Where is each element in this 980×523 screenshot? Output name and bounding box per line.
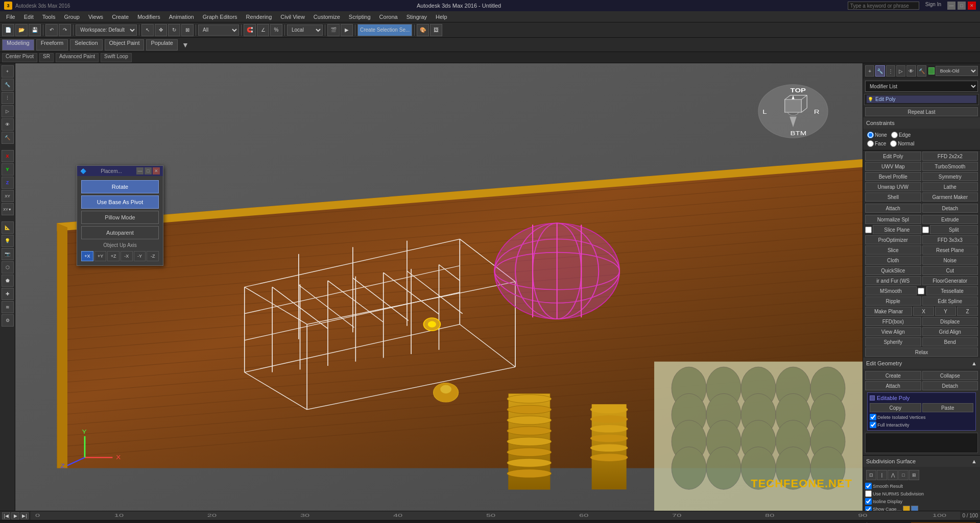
collapse-btn[interactable]: Collapse (922, 371, 978, 380)
create-tab-icon[interactable]: + (865, 65, 874, 77)
tab-arrow[interactable]: ▼ (182, 41, 189, 49)
utilities-panel-btn[interactable]: 🔨 (2, 132, 14, 144)
smooth-result-check[interactable] (865, 483, 872, 489)
ffd-3x3x3-btn[interactable]: FFD 3x3x3 (922, 235, 978, 244)
detach-btn[interactable]: Detach (922, 204, 978, 213)
slice-btn[interactable]: Slice (865, 245, 921, 255)
dialog-minimize[interactable]: — (136, 167, 144, 175)
bevel-profile-btn[interactable]: Bevel Profile (865, 172, 921, 181)
floor-gen-btn[interactable]: FloorGenerator (922, 276, 978, 285)
edit-spline-btn[interactable]: Edit Spline (922, 296, 978, 306)
utility-tab-icon[interactable]: 🔨 (917, 65, 926, 77)
xyz-btn[interactable]: XY▼ (2, 203, 14, 215)
sr-btn[interactable]: SR (39, 53, 54, 62)
render-frame[interactable]: 🖼 (430, 24, 442, 36)
rotate-button[interactable]: Rotate (81, 180, 159, 193)
play-btn[interactable]: ▶ (11, 512, 19, 519)
z-axis-btn[interactable]: Z (2, 177, 14, 189)
face-radio-label[interactable]: Face (867, 140, 886, 147)
maximize-button[interactable]: □ (958, 2, 966, 10)
render-button[interactable]: ▶ (341, 24, 353, 36)
motion-tab-icon[interactable]: ▷ (896, 65, 905, 77)
none-radio-label[interactable]: None (867, 132, 887, 138)
copy-btn[interactable]: Copy (870, 403, 921, 412)
use-nurms-check[interactable] (865, 490, 872, 497)
fur-btn[interactable]: ir and Fur (WS (865, 276, 921, 285)
new-button[interactable]: 📄 (2, 24, 14, 36)
face-radio[interactable] (867, 140, 874, 147)
coord-system-select[interactable]: Local (287, 24, 323, 36)
axis-minus-y[interactable]: -Y (134, 251, 146, 261)
angle-snap[interactable]: ∠ (257, 24, 269, 36)
menu-modifiers[interactable]: Modifiers (133, 13, 164, 21)
dialog-close[interactable]: ✕ (153, 167, 160, 175)
menu-file[interactable]: File (2, 13, 19, 21)
prooptimizer-btn[interactable]: ProOptimizer (865, 235, 921, 244)
redo-button[interactable]: ↷ (59, 24, 71, 36)
prev-frame-btn[interactable]: |◀ (2, 512, 10, 519)
rotate-button[interactable]: ↻ (168, 24, 180, 36)
z-axis-make-btn[interactable]: Z (957, 307, 978, 316)
edge-radio-label[interactable]: Edge (891, 132, 911, 138)
attach-btn2[interactable]: Attach (865, 381, 921, 390)
subd-icon-2[interactable]: | (877, 470, 887, 480)
paste-btn[interactable]: Paste (922, 403, 974, 412)
delete-isolated-check[interactable] (870, 414, 876, 420)
unwrap-uvw-btn[interactable]: Unwrap UVW (865, 182, 921, 191)
edit-poly-btn[interactable]: Edit Poly (865, 152, 921, 161)
helper-btn[interactable]: ✚ (2, 288, 14, 300)
hierarchy-panel-btn[interactable]: ⋮ (2, 92, 14, 104)
symmetry-btn[interactable]: Symmetry (922, 172, 978, 181)
create-btn[interactable]: Create (865, 371, 921, 380)
create-selection-button[interactable]: Create Selection Se... (357, 24, 412, 36)
uwv-map-btn[interactable]: UWV Map (865, 162, 921, 171)
menu-stingray[interactable]: Stingray (402, 13, 431, 21)
reset-plane-btn[interactable]: Reset Plane (922, 245, 978, 255)
undo-button[interactable]: ↶ (45, 24, 58, 36)
menu-group[interactable]: Group (60, 13, 84, 21)
hierarchy-tab-icon[interactable]: ⋮ (886, 65, 895, 77)
swift-loop-btn[interactable]: Swift Loop (101, 53, 132, 62)
sign-in-label[interactable]: Sign In (925, 2, 941, 10)
turbosmooth-btn[interactable]: TurboSmooth (922, 162, 978, 171)
split-check[interactable] (922, 227, 929, 233)
menu-customize[interactable]: Customize (309, 13, 344, 21)
tab-modeling[interactable]: Modeling (2, 39, 34, 51)
normalize-spl-btn[interactable]: Normalize Spl (865, 215, 921, 224)
axis-minus-z[interactable]: -Z (147, 251, 159, 261)
select-button[interactable]: ↖ (141, 24, 154, 36)
move-button[interactable]: ✥ (155, 24, 167, 36)
tab-freeform[interactable]: Freeform (36, 39, 68, 51)
center-pivot-btn[interactable]: Center Pivot (2, 53, 37, 62)
grid-align-btn[interactable]: Grid Align (922, 327, 978, 336)
edge-radio[interactable] (891, 132, 898, 138)
tab-populate[interactable]: Populate (146, 39, 177, 51)
x-axis-make-btn[interactable]: X (913, 307, 934, 316)
subd-icon-1[interactable]: ⊡ (866, 470, 876, 480)
detach-btn2[interactable]: Detach (922, 381, 978, 390)
create-panel-btn[interactable]: + (2, 65, 14, 78)
displace-btn[interactable]: Displace (922, 317, 978, 326)
modifier-list-dropdown[interactable]: Modifier List (865, 81, 978, 92)
split-btn[interactable]: Split (930, 225, 978, 234)
open-button[interactable]: 📂 (15, 24, 28, 36)
shell-btn[interactable]: Shell (865, 192, 921, 202)
menu-edit[interactable]: Edit (20, 13, 38, 21)
cage-color-1[interactable] (903, 506, 910, 511)
material-editor[interactable]: 🎨 (417, 24, 429, 36)
bend-btn[interactable]: Bend (922, 337, 978, 346)
xy-btn[interactable]: XY (2, 190, 14, 202)
constraints-header[interactable]: Constraints (863, 117, 980, 129)
modify-tab-icon[interactable]: 🔧 (875, 65, 885, 77)
filter-select[interactable]: All (198, 24, 239, 36)
next-frame-btn[interactable]: ▶| (20, 512, 29, 519)
slice-plane-btn[interactable]: Slice Plane (873, 225, 921, 234)
menu-rendering[interactable]: Rendering (242, 13, 276, 21)
menu-animation[interactable]: Animation (165, 13, 198, 21)
none-radio[interactable] (867, 132, 874, 138)
workspace-select[interactable]: Workspace: Default (76, 24, 137, 36)
normal-radio[interactable] (890, 140, 897, 147)
system-btn[interactable]: ⚙ (2, 314, 14, 327)
light-btn[interactable]: 💡 (2, 235, 14, 247)
noise-btn[interactable]: Noise (922, 256, 978, 265)
